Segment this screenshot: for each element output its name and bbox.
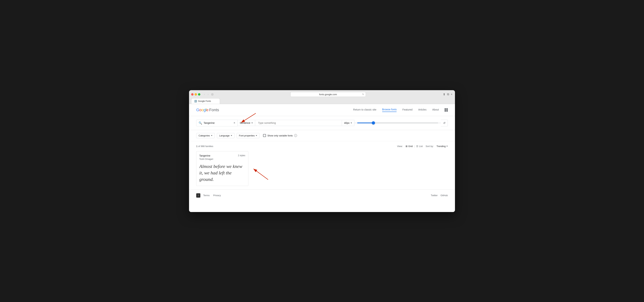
- footer: ! Terms Privacy Twitter GitHub: [189, 190, 455, 201]
- grid-label: Grid: [408, 145, 413, 147]
- add-tab-button[interactable]: +: [450, 92, 453, 96]
- chevron-down-icon: [211, 135, 212, 136]
- feedback-button[interactable]: !: [196, 193, 200, 198]
- search-box: 🔍 Tangerine ×: [196, 120, 238, 126]
- reset-button[interactable]: ↺: [441, 120, 448, 126]
- size-value: 40px: [344, 121, 350, 124]
- github-link[interactable]: GitHub: [440, 194, 448, 197]
- fonts-wordmark: Fonts: [209, 108, 219, 112]
- top-nav: Google Fonts Return to classic site Brow…: [189, 104, 455, 116]
- footer-social: Twitter GitHub: [431, 194, 448, 197]
- list-icon: ☰: [416, 145, 418, 147]
- view-options: ⊞ Grid | ☰ List: [406, 145, 422, 147]
- address-bar[interactable]: [290, 92, 366, 97]
- privacy-link[interactable]: Privacy: [213, 194, 221, 197]
- font-name: Tangerine: [199, 154, 210, 157]
- nav-articles[interactable]: Articles: [418, 108, 426, 112]
- slider-thumb[interactable]: [372, 121, 375, 124]
- font-card[interactable]: Tangerine 2 styles Toshi Omagari Almost …: [196, 151, 248, 186]
- language-label: Language: [219, 134, 230, 137]
- nav-featured[interactable]: Featured: [402, 108, 412, 112]
- font-preview: Almost before we knew it, we had left th…: [199, 163, 245, 183]
- clear-search-button[interactable]: ×: [234, 121, 235, 124]
- nav-about[interactable]: About: [432, 108, 439, 112]
- preview-type-label: Sentence: [240, 121, 250, 124]
- results-header: 1 of 988 families View: ⊞ Grid | ☰ List: [196, 145, 448, 147]
- slider-track: [357, 122, 438, 123]
- tab-title: Google Fonts: [198, 100, 211, 102]
- chevron-down-icon: [350, 122, 352, 123]
- variable-fonts-checkbox[interactable]: [263, 134, 266, 137]
- google-wordmark: Google: [196, 108, 208, 112]
- preview-type-selector[interactable]: Sentence: [238, 120, 255, 126]
- preview-text-input[interactable]: [255, 120, 342, 126]
- view-sort: View: ⊞ Grid | ☰ List Sort by:: [397, 145, 448, 147]
- results-count-number: 1: [196, 145, 198, 147]
- size-slider[interactable]: [354, 122, 441, 123]
- tab-sidebar-icon[interactable]: ⊡: [211, 93, 214, 96]
- share-button[interactable]: ⬆: [442, 92, 446, 96]
- sort-selector[interactable]: Trending: [436, 145, 448, 147]
- slider-fill: [357, 122, 374, 123]
- sort-by-label: Sort by:: [426, 145, 434, 147]
- main-content: 1 of 988 families View: ⊞ Grid | ☰ List: [189, 141, 455, 190]
- font-styles: 2 styles: [238, 154, 245, 157]
- language-filter[interactable]: Language: [217, 133, 234, 138]
- reload-icon[interactable]: ↻: [362, 93, 364, 96]
- nav-links: Return to classic site Browse fonts Feat…: [353, 108, 448, 112]
- categories-label: Categories: [198, 134, 210, 137]
- logo[interactable]: Google Fonts: [196, 108, 219, 112]
- size-selector[interactable]: 40px: [342, 120, 354, 126]
- variable-fonts-info-icon[interactable]: i: [294, 134, 297, 137]
- nav-browse-fonts[interactable]: Browse fonts: [382, 108, 397, 112]
- new-tab-button[interactable]: ⧉: [447, 92, 450, 96]
- tab-favicon: 🔤: [194, 100, 197, 102]
- chevron-down-icon: [256, 135, 257, 136]
- browser-tab[interactable]: 🔤 Google Fonts: [191, 98, 220, 104]
- terms-link[interactable]: Terms: [203, 194, 210, 197]
- back-button[interactable]: ‹: [203, 92, 206, 96]
- font-author: Toshi Omagari: [199, 158, 245, 160]
- maximize-button[interactable]: [198, 93, 200, 96]
- close-button[interactable]: [191, 93, 194, 96]
- search-input[interactable]: Tangerine: [204, 121, 232, 124]
- chevron-down-icon: [252, 122, 253, 123]
- minimize-button[interactable]: [194, 93, 197, 96]
- apps-icon[interactable]: [444, 108, 448, 112]
- view-label: View:: [397, 145, 403, 147]
- chevron-down-icon: [231, 135, 232, 136]
- filter-row: Categories Language Font properties Show…: [189, 130, 455, 141]
- nav-return-classic[interactable]: Return to classic site: [353, 108, 376, 112]
- view-separator: |: [414, 145, 415, 147]
- variable-fonts-filter: Show only variable fonts i: [263, 134, 297, 137]
- twitter-link[interactable]: Twitter: [431, 194, 438, 197]
- grid-view-button[interactable]: ⊞ Grid: [406, 145, 413, 147]
- results-count-total: of 988 families: [198, 145, 213, 147]
- results-count: 1 of 988 families: [196, 145, 213, 147]
- chevron-down-icon: [446, 146, 448, 147]
- traffic-lights: [191, 93, 200, 96]
- grid-icon: ⊞: [406, 145, 408, 147]
- search-area: 🔍 Tangerine × Sentence 40px ↺: [189, 116, 455, 130]
- footer-links: Terms Privacy: [203, 194, 221, 197]
- forward-button[interactable]: ›: [207, 92, 209, 96]
- sort-value: Trending: [436, 145, 446, 147]
- font-properties-filter[interactable]: Font properties: [237, 133, 260, 138]
- search-icon: 🔍: [198, 121, 202, 125]
- font-card-header: Tangerine 2 styles: [199, 154, 245, 157]
- font-properties-label: Font properties: [239, 134, 254, 137]
- list-view-button[interactable]: ☰ List: [416, 145, 422, 147]
- list-label: List: [419, 145, 422, 147]
- categories-filter[interactable]: Categories: [196, 133, 215, 138]
- variable-fonts-label[interactable]: Show only variable fonts: [268, 134, 293, 137]
